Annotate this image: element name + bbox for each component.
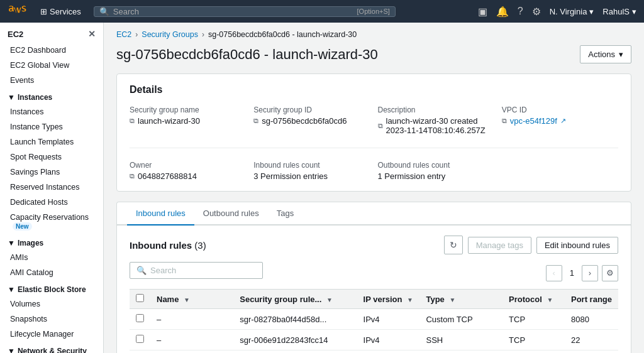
detail-outbound-rules-count: Outbound rules count 1 Permission entry — [378, 161, 494, 181]
page-settings-button[interactable]: ⚙ — [602, 265, 618, 281]
search-icon: 🔍 — [136, 266, 147, 275]
sidebar-item-ec2-global-view[interactable]: EC2 Global View — [0, 58, 103, 73]
search-container: 🔍 — [130, 262, 263, 279]
settings-icon[interactable]: ⚙ — [532, 6, 541, 18]
row-check — [130, 309, 150, 330]
sort-icon: ▼ — [547, 296, 553, 303]
row-checkbox[interactable] — [136, 335, 144, 343]
aws-logo[interactable] — [8, 5, 28, 18]
next-page-button[interactable]: › — [582, 265, 598, 281]
sidebar-item-capacity-reservations[interactable]: Capacity Reservations New — [0, 210, 103, 234]
inbound-rules-table: Name ▼ Security group rule... ▼ IP versi… — [130, 289, 618, 353]
details-divider — [130, 148, 618, 148]
detail-owner: Owner ⧉ 0648827688814 — [130, 161, 246, 181]
row-protocol: TCP — [502, 309, 565, 330]
sidebar-item-ec2-dashboard[interactable]: EC2 Dashboard — [0, 43, 103, 58]
vpc-link[interactable]: vpc-e54f129f — [510, 116, 557, 126]
search-input[interactable] — [113, 7, 353, 16]
tabs-container: Inbound rules Outbound rules Tags Inboun… — [116, 202, 631, 353]
sidebar-item-events[interactable]: Events — [0, 73, 103, 88]
col-header-name[interactable]: Name ▼ — [150, 290, 233, 309]
copy-icon[interactable]: ⧉ — [130, 172, 135, 180]
sidebar-section-images[interactable]: ▼ Images — [0, 234, 103, 250]
breadcrumb-security-groups[interactable]: Security Groups — [142, 30, 198, 39]
sidebar: EC2 ✕ EC2 Dashboard EC2 Global View Even… — [0, 23, 104, 353]
detail-security-group-name: Security group name ⧉ launch-wizard-30 — [130, 106, 246, 135]
help-icon[interactable]: ? — [518, 6, 523, 17]
row-rule-id: sgr-08278ba0f44d58d... — [233, 309, 357, 330]
sidebar-item-ami-catalog[interactable]: AMI Catalog — [0, 265, 103, 280]
table-row: – sgr-006e91d22843fcc14 IPv4 SSH TCP 22 — [130, 330, 618, 350]
sidebar-item-spot-requests[interactable]: Spot Requests — [0, 149, 103, 165]
detail-inbound-rules-count: Inbound rules count 3 Permission entries — [253, 161, 370, 181]
sidebar-item-savings-plans[interactable]: Savings Plans — [0, 165, 103, 180]
row-rule-id: sgr-006e91d22843fcc14 — [233, 330, 357, 350]
col-header-check — [130, 290, 150, 309]
search-input[interactable] — [150, 266, 256, 275]
copy-icon[interactable]: ⧉ — [130, 117, 135, 125]
sidebar-section-ebs[interactable]: ▼ Elastic Block Store — [0, 280, 103, 296]
user-menu[interactable]: RahulS ▾ — [602, 7, 636, 16]
pagination: ‹ 1 › ⚙ — [546, 265, 618, 281]
chevron-icon: ▼ — [8, 239, 15, 247]
nav-right: ▣ 🔔 ? ⚙ N. Virginia ▾ RahulS ▾ — [478, 6, 636, 18]
sidebar-item-snapshots[interactable]: Snapshots — [0, 312, 103, 327]
search-filter-row: 🔍 ‹ 1 › ⚙ — [130, 262, 618, 284]
col-header-protocol[interactable]: Protocol ▼ — [502, 290, 565, 309]
refresh-button[interactable]: ↻ — [444, 236, 463, 254]
rules-actions: ↻ Manage tags Edit inbound rules — [444, 236, 618, 254]
row-port: 22 — [565, 330, 618, 350]
sidebar-item-launch-templates[interactable]: Launch Templates — [0, 134, 103, 149]
app-layout: EC2 ✕ EC2 Dashboard EC2 Global View Even… — [0, 0, 644, 353]
sidebar-close-button[interactable]: ✕ — [88, 29, 96, 39]
copy-icon[interactable]: ⧉ — [253, 117, 258, 125]
breadcrumb-ec2[interactable]: EC2 — [116, 30, 131, 39]
cloud-icon[interactable]: ▣ — [478, 6, 487, 18]
sidebar-item-amis[interactable]: AMIs — [0, 250, 103, 265]
row-type: Custom TCP — [419, 309, 502, 330]
col-header-ipversion[interactable]: IP version ▼ — [357, 290, 420, 309]
search-bar[interactable]: 🔍 [Option+S] — [94, 6, 396, 17]
copy-icon[interactable]: ⧉ — [502, 117, 507, 125]
actions-button[interactable]: Actions ▾ — [580, 45, 631, 63]
sidebar-item-dedicated-hosts[interactable]: Dedicated Hosts — [0, 195, 103, 210]
tab-outbound-rules[interactable]: Outbound rules — [194, 202, 268, 225]
rules-header: Inbound rules (3) ↻ Manage tags Edit inb… — [130, 236, 618, 254]
row-checkbox[interactable] — [136, 314, 144, 322]
row-ip-version: IPv4 — [357, 330, 420, 350]
sidebar-header: EC2 ✕ — [0, 23, 103, 43]
chevron-down-icon: ▾ — [619, 50, 623, 59]
edit-inbound-rules-button[interactable]: Edit inbound rules — [536, 237, 618, 254]
sidebar-section-instances[interactable]: ▼ Instances — [0, 88, 103, 104]
col-header-port: Port range — [565, 290, 618, 309]
sidebar-item-reserved-instances[interactable]: Reserved Instances — [0, 180, 103, 195]
select-all-checkbox[interactable] — [136, 294, 144, 302]
sort-icon: ▼ — [407, 296, 413, 303]
sidebar-item-instance-types[interactable]: Instance Types — [0, 119, 103, 134]
details-card-title: Details — [130, 84, 618, 95]
manage-tags-button[interactable]: Manage tags — [468, 237, 531, 254]
sidebar-section-network-security[interactable]: ▼ Network & Security — [0, 342, 103, 353]
main-content: EC2 › Security Groups › sg-0756becdcb6fa… — [104, 23, 644, 353]
bell-icon[interactable]: 🔔 — [496, 6, 509, 18]
prev-page-button[interactable]: ‹ — [546, 265, 562, 281]
details-card: Details Security group name ⧉ launch-wiz… — [116, 73, 631, 192]
sidebar-item-instances[interactable]: Instances — [0, 104, 103, 119]
sidebar-item-volumes[interactable]: Volumes — [0, 296, 103, 312]
table-row: – sgr-034183420177f65... IPv4 HTTP TCP 8… — [130, 350, 618, 354]
search-icon: 🔍 — [99, 7, 109, 16]
region-selector[interactable]: N. Virginia ▾ — [550, 7, 594, 16]
tab-inbound-rules[interactable]: Inbound rules — [127, 202, 194, 225]
row-protocol: TCP — [502, 350, 565, 354]
detail-vpc-id: VPC ID ⧉ vpc-e54f129f ↗ — [502, 106, 618, 135]
col-header-rule[interactable]: Security group rule... ▼ — [233, 290, 357, 309]
services-menu[interactable]: ⊞ Services — [35, 4, 86, 19]
col-header-type[interactable]: Type ▼ — [419, 290, 502, 309]
tab-tags[interactable]: Tags — [268, 202, 303, 225]
detail-description: Description ⧉ launch-wizard-30 created 2… — [378, 106, 494, 135]
external-link-icon[interactable]: ↗ — [560, 117, 566, 125]
row-protocol: TCP — [502, 330, 565, 350]
copy-icon[interactable]: ⧉ — [378, 122, 383, 130]
sidebar-item-lifecycle-manager[interactable]: Lifecycle Manager — [0, 327, 103, 342]
top-navigation: ⊞ Services 🔍 [Option+S] ▣ 🔔 ? ⚙ N. Virgi… — [0, 0, 644, 23]
